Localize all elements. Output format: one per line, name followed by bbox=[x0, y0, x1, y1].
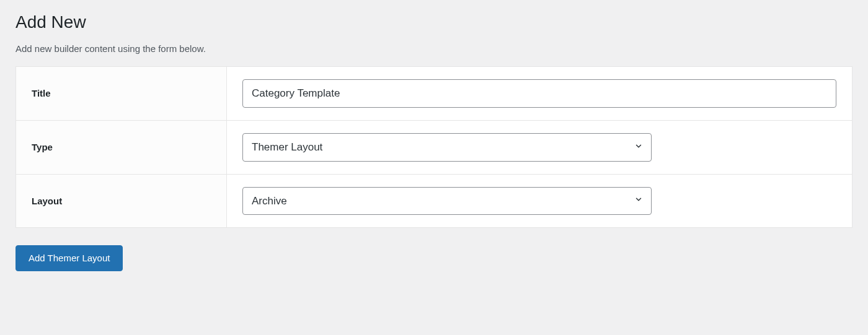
form-row-layout: Layout Archive bbox=[16, 174, 852, 228]
form-table: Title Type Themer Layout Layout bbox=[16, 66, 852, 228]
type-select[interactable]: Themer Layout bbox=[242, 133, 652, 162]
page-title: Add New bbox=[16, 12, 852, 32]
title-label: Title bbox=[16, 67, 227, 121]
form-row-title: Title bbox=[16, 67, 852, 121]
title-input[interactable] bbox=[242, 79, 836, 108]
type-label: Type bbox=[16, 120, 227, 174]
add-themer-layout-button[interactable]: Add Themer Layout bbox=[16, 245, 123, 271]
form-row-type: Type Themer Layout bbox=[16, 120, 852, 174]
page-description: Add new builder content using the form b… bbox=[16, 43, 852, 54]
layout-select[interactable]: Archive bbox=[242, 187, 652, 215]
layout-label: Layout bbox=[16, 174, 227, 228]
